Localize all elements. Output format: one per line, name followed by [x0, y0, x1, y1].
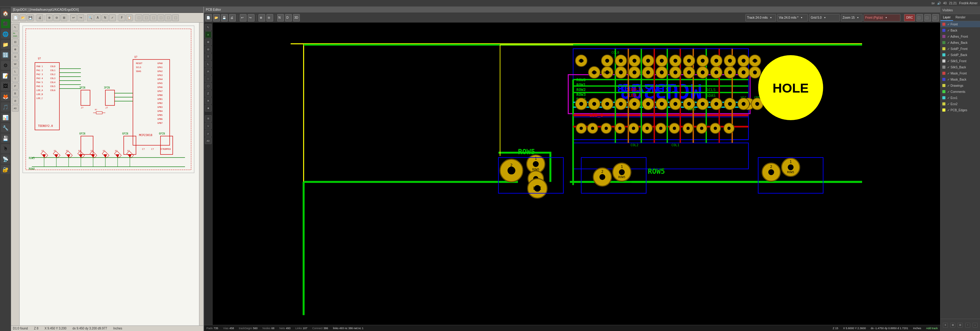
pcb-tb-zoom-out[interactable]: ⊖ — [266, 14, 273, 21]
layer-mask-back[interactable]: ✓ Mask_Back — [940, 76, 980, 82]
tool-junction[interactable]: ⊖ — [12, 53, 19, 60]
pcb-tool-route[interactable]: X — [205, 31, 212, 38]
tb-save[interactable]: 💾 — [27, 14, 34, 21]
tool-net-highlight[interactable]: ⊘ — [12, 98, 19, 104]
pcb-tool-measure[interactable]: ⊖ — [205, 46, 212, 53]
pcb-tool-zone[interactable]: Z — [205, 90, 212, 97]
layer-comments[interactable]: ✓ Comments — [940, 89, 980, 95]
layer-silks-front[interactable]: ✓ SilkS_Front — [940, 58, 980, 64]
tb-undo[interactable]: ↩ — [70, 14, 77, 21]
taskbar-settings[interactable]: ⚙ — [1, 61, 10, 70]
pcb-tb-icon4[interactable]: 🖨 — [229, 14, 236, 21]
taskbar-app6[interactable]: 💾 — [1, 134, 10, 143]
via-selector[interactable]: Via 24.0 mils * — [777, 14, 808, 21]
taskbar-app4[interactable]: 📊 — [1, 113, 10, 122]
track-selector[interactable]: Track 24.0 mils — [745, 14, 776, 21]
taskbar-home[interactable]: 🏠 — [1, 9, 10, 18]
tb-component3[interactable]: ⬚ — [150, 14, 157, 21]
tb-redo[interactable]: ↪ — [78, 14, 84, 21]
layer-silks-back[interactable]: ✓ SilkS_Back — [940, 64, 980, 70]
pcb-tb-undo[interactable]: ↩ — [240, 14, 247, 21]
pcb-tb-3d[interactable]: 3D — [293, 14, 300, 21]
tb-component5[interactable]: ⬚ — [165, 14, 172, 21]
tb-component6[interactable]: ⬚ — [172, 14, 179, 21]
taskbar-app2[interactable]: 🖼 — [1, 82, 10, 91]
pcb-tool-via[interactable]: V — [205, 123, 212, 130]
pcb-tb-redo[interactable]: ↪ — [248, 14, 255, 21]
schematic-canvas[interactable]: PA0 1 PA1 2 PA2 3 PA3 4 PA4 5 PA5 6 LED_… — [20, 23, 199, 326]
pcb-tool-line[interactable]: L — [205, 61, 212, 67]
tool-wire[interactable]: Inmm — [12, 31, 19, 38]
layer-front[interactable]: ✓ Front — [940, 21, 980, 27]
tb-netlist[interactable]: N — [102, 14, 108, 21]
pcb-tb-netlist[interactable]: N — [277, 14, 284, 21]
tb-find[interactable]: 🔍 — [87, 14, 94, 21]
taskbar-app5[interactable]: 🔧 — [1, 123, 10, 133]
layer-mask-front[interactable]: ✓ Mask_Front — [940, 70, 980, 76]
pcb-tool-circle[interactable]: ○ — [205, 75, 212, 82]
layer-adhes-back[interactable]: ✓ Adhes_Back — [940, 40, 980, 46]
tool-bus[interactable]: ⊟ — [12, 38, 19, 45]
taskbar-terminal[interactable]: ⬛ — [1, 19, 10, 28]
layer-eco1[interactable]: ✓ Eco1 — [940, 95, 980, 101]
tool-noeconn[interactable]: W — [12, 61, 19, 67]
layer-tab-render[interactable]: Render — [953, 14, 968, 21]
taskbar-browser1[interactable]: 🌐 — [1, 29, 10, 38]
tool-add-comp[interactable]: L — [12, 68, 19, 75]
pcb-tb-design-rules[interactable]: D — [285, 14, 292, 21]
tool-label[interactable]: ⊕ — [12, 46, 19, 53]
pcb-tb-icon2[interactable]: 📂 — [213, 14, 220, 21]
pcb-tb-icon6[interactable]: ⬚ — [924, 14, 931, 21]
taskbar-calculator[interactable]: 🔢 — [1, 50, 10, 59]
taskbar-files[interactable]: 📁 — [1, 40, 10, 49]
tb-component1[interactable]: ⬚ — [135, 14, 142, 21]
tb-component2[interactable]: ⬚ — [143, 14, 150, 21]
tb-print[interactable]: 🖨 — [37, 14, 43, 21]
layer-btn-5[interactable]: ↓ — [973, 323, 978, 328]
pcb-tool-clearance[interactable]: AD — [205, 137, 212, 144]
pcb-tb-icon7[interactable]: ⬚ — [932, 14, 939, 21]
taskbar-app9[interactable]: 🔐 — [1, 165, 10, 174]
layer-eco2[interactable]: ✓ Eco2 — [940, 101, 980, 107]
taskbar-app8[interactable]: 📡 — [1, 155, 10, 164]
pcb-tool-microvias[interactable]: μ — [205, 130, 212, 137]
pcb-canvas[interactable]: MCU3208 TEENSY308 LED_B LED_A LED_C ROW0… — [213, 23, 940, 325]
tool-image[interactable]: B — [12, 90, 19, 97]
pcb-tool-highlight[interactable]: ★ — [205, 105, 212, 112]
pcb-tb-icon5[interactable]: ⬚ — [916, 14, 923, 21]
tb-zoom-fit[interactable]: ⊞ — [60, 14, 67, 21]
layer-btn-4[interactable]: ↑ — [965, 323, 970, 328]
tb-zoom-out[interactable]: ⊖ — [53, 14, 60, 21]
tb-zoom-in[interactable]: ⊕ — [46, 14, 52, 21]
layer-btn-1[interactable]: ≡ — [943, 323, 948, 328]
layer-btn-3[interactable]: ⊟ — [958, 323, 963, 328]
pcb-tb-zoom-in[interactable]: ⊕ — [258, 14, 265, 21]
tool-add-power[interactable]: T — [12, 75, 19, 82]
tool-text[interactable]: P — [12, 83, 19, 90]
layer-pcb-edges[interactable]: ✓ PCB_Edges — [940, 107, 980, 113]
tool-add-sheet[interactable]: AD — [12, 105, 19, 112]
layer-soldp-front[interactable]: ✓ SoldP_Front — [940, 46, 980, 52]
layer-selector[interactable]: Front (PgUp) — [864, 14, 900, 21]
pcb-tool-select[interactable]: ↖ — [205, 24, 212, 30]
pcb-tool-pad[interactable]: ⊕ — [205, 38, 212, 45]
taskbar-app7[interactable]: 🖱 — [1, 144, 10, 153]
tb-open[interactable]: 📂 — [20, 14, 26, 21]
pcb-tool-delete[interactable]: ✕ — [205, 98, 212, 104]
pcb-tb-icon3[interactable]: 💾 — [221, 14, 228, 21]
pcb-tool-polygon[interactable]: ⬡ — [205, 83, 212, 90]
tb-run-erc[interactable]: ✓ — [109, 14, 116, 21]
layer-soldp-back[interactable]: ✓ SoldP_Back — [940, 52, 980, 58]
tb-component4[interactable]: ⬚ — [158, 14, 164, 21]
tb-new[interactable]: 📄 — [12, 14, 19, 21]
pcb-tool-grid[interactable]: ⊞ — [205, 115, 212, 122]
grid-selector[interactable]: Grid 5.0 — [809, 14, 840, 21]
layer-tab-layer[interactable]: Layer — [940, 14, 953, 21]
pcb-tb-icon1[interactable]: 📄 — [205, 14, 212, 21]
tb-field-editor[interactable]: F — [119, 14, 125, 21]
layer-back[interactable]: ✓ Back — [940, 27, 980, 34]
taskbar-firefox[interactable]: 🦊 — [1, 92, 10, 101]
tb-bom[interactable]: 📋 — [126, 14, 133, 21]
pcb-tool-arc[interactable]: A — [205, 68, 212, 75]
pcb-tool-text[interactable]: T — [205, 53, 212, 60]
